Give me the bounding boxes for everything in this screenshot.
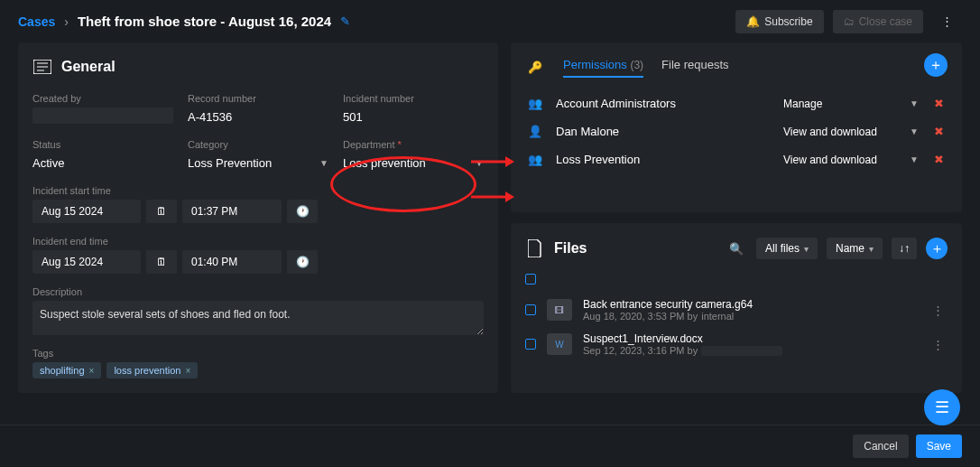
incident-start-time-input[interactable]: 01:37 PM	[182, 200, 282, 223]
file-name[interactable]: Suspect1_Interview.docx	[583, 332, 918, 345]
sort-direction-button[interactable]: ↓↑	[892, 238, 917, 259]
incident-end-label: Incident end time	[32, 236, 484, 247]
user-icon: 👤	[525, 125, 545, 138]
chevron-down-icon: ▼	[910, 98, 919, 108]
tab-permissions[interactable]: Permissions (3)	[563, 58, 643, 77]
cancel-button[interactable]: Cancel	[853, 434, 908, 458]
tag-loss-prevention[interactable]: loss prevention×	[106, 362, 198, 378]
bell-icon: 🔔	[746, 15, 760, 28]
tag-shoplifting[interactable]: shoplifting×	[32, 362, 101, 378]
clock-icon[interactable]: 🕐	[287, 250, 318, 274]
calendar-icon[interactable]: 🗓	[146, 200, 177, 223]
list-fab-button[interactable]: ☰	[924, 389, 960, 425]
file-icon	[525, 238, 545, 258]
department-label: Department *	[343, 139, 484, 150]
more-menu-icon[interactable]: ⋮	[932, 9, 962, 33]
permission-name: Loss Prevention	[556, 153, 772, 166]
record-number-value: A-41536	[188, 107, 328, 126]
file-name[interactable]: Back entrance security camera.g64	[583, 298, 918, 311]
add-file-button[interactable]: ＋	[926, 238, 948, 259]
permission-row: 👥 Account Administrators Manage▼ ✖	[525, 89, 948, 117]
subscribe-label: Subscribe	[764, 15, 812, 28]
category-value: Loss Prevention	[188, 154, 272, 173]
permission-row: 👥 Loss Prevention View and download▼ ✖	[525, 145, 948, 173]
chevron-down-icon: ▼	[319, 158, 328, 168]
files-filter-select[interactable]: All files ▾	[756, 238, 818, 259]
chevron-down-icon: ▾	[869, 244, 874, 254]
chevron-down-icon: ▼	[910, 126, 919, 136]
chevron-down-icon: ▼	[475, 158, 484, 168]
record-number-label: Record number	[188, 93, 328, 104]
department-value: Loss prevention	[343, 154, 426, 173]
remove-permission-icon[interactable]: ✖	[929, 125, 948, 138]
group-icon: 👥	[525, 153, 545, 166]
created-by-label: Created by	[32, 93, 173, 104]
incident-start-date-input[interactable]: Aug 15 2024	[32, 200, 141, 223]
remove-permission-icon[interactable]: ✖	[929, 153, 948, 166]
general-panel: General Created by Record number A-41536…	[18, 42, 498, 393]
select-all-checkbox[interactable]	[525, 274, 536, 285]
file-row: 🎞 Back entrance security camera.g64 Aug …	[525, 293, 948, 327]
incident-start-label: Incident start time	[32, 185, 484, 196]
chevron-right-icon: ›	[64, 14, 69, 29]
folder-icon: 🗂	[844, 15, 855, 28]
list-icon: ☰	[935, 397, 949, 417]
file-checkbox[interactable]	[525, 339, 536, 350]
category-select[interactable]: Loss Prevention ▼	[188, 154, 328, 173]
file-meta: Sep 12, 2023, 3:16 PM by	[583, 345, 918, 356]
remove-tag-icon[interactable]: ×	[89, 366, 95, 376]
permission-level-select[interactable]: Manage▼	[783, 98, 919, 110]
tab-file-requests[interactable]: File requests	[661, 58, 728, 77]
remove-permission-icon[interactable]: ✖	[929, 97, 948, 110]
page-header: Cases › Theft from shoe store - August 1…	[0, 0, 980, 42]
file-row: W Suspect1_Interview.docx Sep 12, 2023, …	[525, 327, 948, 361]
edit-icon[interactable]: ✎	[340, 14, 350, 28]
key-icon: 🔑	[525, 57, 545, 77]
permissions-panel: 🔑 Permissions (3) File requests ＋ 👥 Acco…	[511, 42, 962, 212]
files-panel: Files 🔍 All files ▾ Name ▾ ↓↑ ＋ 🎞 Back e…	[511, 223, 962, 393]
video-thumbnail-icon: 🎞	[547, 299, 572, 321]
status-value: Active	[32, 154, 173, 173]
calendar-icon[interactable]: 🗓	[146, 250, 177, 274]
file-more-menu-icon[interactable]: ⋮	[929, 300, 948, 321]
general-title: General	[61, 59, 116, 75]
incident-number-label: Incident number	[343, 93, 484, 104]
permission-name: Account Administrators	[556, 97, 772, 110]
group-icon: 👥	[525, 97, 545, 110]
permission-name: Dan Malone	[556, 125, 772, 138]
permission-level-select[interactable]: View and download▼	[783, 154, 919, 166]
department-select[interactable]: Loss prevention ▼	[343, 154, 484, 173]
tags-label: Tags	[32, 348, 484, 359]
save-button[interactable]: Save	[916, 434, 962, 458]
files-sort-select[interactable]: Name ▾	[827, 238, 883, 259]
subscribe-button[interactable]: 🔔 Subscribe	[735, 10, 823, 33]
search-icon[interactable]: 🔍	[726, 238, 747, 259]
footer: Cancel Save	[0, 425, 980, 467]
form-icon	[32, 57, 52, 77]
category-label: Category	[188, 139, 328, 150]
description-textarea[interactable]: Suspect stole several sets of shoes and …	[32, 301, 484, 335]
chevron-down-icon: ▾	[804, 244, 809, 254]
close-case-button[interactable]: 🗂 Close case	[833, 10, 923, 33]
incident-end-date-input[interactable]: Aug 15 2024	[32, 250, 141, 274]
incident-end-time-input[interactable]: 01:40 PM	[182, 250, 282, 274]
clock-icon[interactable]: 🕐	[287, 200, 318, 223]
permission-row: 👤 Dan Malone View and download▼ ✖	[525, 117, 948, 145]
page-title: Theft from shoe store - August 16, 2024	[78, 14, 331, 29]
chevron-down-icon: ▼	[910, 154, 919, 164]
tags-container: shoplifting× loss prevention×	[32, 362, 484, 378]
breadcrumb-root-link[interactable]: Cases	[18, 14, 55, 29]
status-label: Status	[32, 139, 173, 150]
files-title: Files	[554, 240, 587, 257]
file-meta: Aug 18, 2020, 3:53 PM by internal	[583, 311, 918, 322]
incident-number-value: 501	[343, 107, 484, 126]
permission-level-select[interactable]: View and download▼	[783, 126, 919, 138]
file-more-menu-icon[interactable]: ⋮	[929, 334, 948, 355]
remove-tag-icon[interactable]: ×	[185, 366, 190, 376]
add-permission-button[interactable]: ＋	[924, 53, 948, 77]
doc-icon: W	[547, 333, 572, 355]
created-by-value	[32, 107, 173, 124]
file-checkbox[interactable]	[525, 304, 536, 315]
close-case-label: Close case	[859, 15, 912, 28]
description-label: Description	[32, 286, 484, 297]
